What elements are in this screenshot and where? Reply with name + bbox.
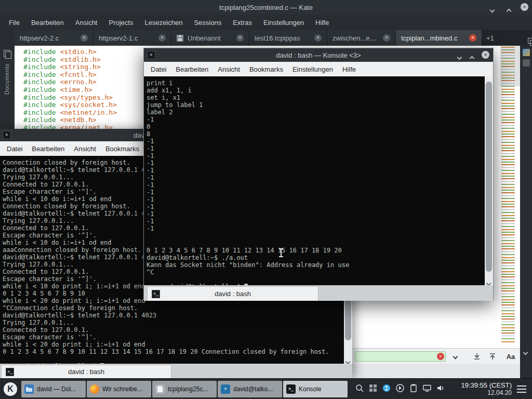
tab-overflow-count[interactable]: +1 [482,34,498,42]
tab-unbenannt[interactable]: Unbenannt × [171,30,249,46]
terminal-line: add x1, 1, i [147,87,493,94]
kate-window-title: tcpiplang25combined.c — Kate [219,4,313,11]
terminal-line: david@talkortell:~$ ./a.out [147,254,493,261]
clear-search-icon[interactable]: × [437,353,444,360]
konsole3-scrollbar[interactable] [485,76,493,285]
terminal-line: david@talkortell:~$ telnet 127.0.0.1 402… [3,312,352,319]
tab-close-icon[interactable]: × [236,34,244,42]
menu-item[interactable]: File [3,19,25,26]
konsole3-titlebar[interactable]: > david : bash — Konsole <3> × [144,48,493,62]
menu-item[interactable]: Bookmarks [245,65,288,73]
task-firefox[interactable]: Wir schreibe... [87,381,151,397]
panel-settings-icon[interactable] [517,385,526,393]
terminal-prompt-line: david@talkortell:~$ [147,276,248,283]
display-icon[interactable] [422,383,432,395]
documents-tool-icon[interactable] [4,50,11,58]
scroll-down-icon[interactable] [487,278,490,285]
konsole3-maximize-icon[interactable] [470,54,474,62]
task-kate[interactable]: tcpiplang25c... [152,381,217,397]
terminal-line: 0 1 2 3 4 5 6 7 8 9 10 11 12 13 14 15 16… [147,247,493,254]
menu-item[interactable]: Ansicht [70,19,103,26]
terminal-tab[interactable]: >_ david : bash [147,286,318,301]
volume-icon[interactable] [436,383,445,395]
menu-item[interactable]: Einstellungen [288,65,338,73]
clipboard-icon[interactable] [409,383,418,395]
kate-maximize-icon[interactable] [507,7,511,15]
menu-item[interactable]: Ansicht [213,65,245,73]
tool-view-icon[interactable] [523,59,530,66]
terminal-line: -1 [147,174,493,181]
bluetooth-status-icon[interactable] [382,383,391,395]
konsole3-title: david : bash — Konsole <3> [276,51,361,59]
terminal-prompt-line: david@talkortell:~$ [3,355,104,363]
menu-item[interactable]: Sessions [188,19,227,26]
match-case-button[interactable]: Aa [502,350,520,363]
digital-clock[interactable]: 19:39:55 (CEST) 12.04.20 [450,381,512,397]
menu-item[interactable]: Lesezeichen [139,19,188,26]
kate-right-dock [520,46,532,378]
menu-item[interactable]: Hilfe [338,65,361,73]
menu-item[interactable]: Ansicht [69,145,101,153]
menu-item[interactable]: Datei [2,145,27,153]
save-icon [177,35,183,42]
terminal-line: -1 [147,145,493,152]
terminal-line: jump to label 1 [147,101,493,109]
app-grid-icon[interactable] [368,383,378,395]
tool-view-icon[interactable] [523,49,530,56]
konsole3-minimize-icon[interactable] [458,53,461,61]
media-player-icon[interactable] [395,383,405,395]
kate-titlebar[interactable]: tcpiplang25combined.c — Kate × [0,0,532,15]
documents-tool-label[interactable]: Documents [4,63,11,95]
menu-item[interactable]: Bearbeiten [25,19,70,26]
menu-item[interactable]: Hilfe [310,19,335,26]
menu-item[interactable]: Datei [146,65,171,73]
terminal-line: Escape character is '^]'. [3,334,352,341]
menu-item[interactable]: Bookmarks [101,145,144,153]
kate-minimize-icon[interactable] [490,6,494,14]
menu-item[interactable]: Einstellungen [258,19,310,26]
menu-item[interactable]: Bearbeiten [27,145,69,153]
terminal-line: Connected to 127.0.0.1. [3,326,352,334]
terminal-line: -1 [147,138,493,145]
tab-test16[interactable]: test16.tcpippas × [249,30,327,46]
terminal-line: 0 [147,123,493,130]
tab-close-icon[interactable]: × [81,34,88,42]
tab-tcpiplang-combined[interactable]: tcpiplan...mbined.c × [396,30,482,46]
konsole3-close-icon[interactable]: × [482,51,489,59]
kate-minimap[interactable] [500,46,520,348]
menu-item[interactable]: Extras [227,19,258,26]
tab-close-icon[interactable]: × [383,34,390,42]
terminal-line: -1 [147,167,493,174]
konsole-icon: > [147,51,155,59]
search-input[interactable] [355,351,446,362]
tab-close-icon[interactable]: × [314,34,322,42]
search-dropdown-icon[interactable] [449,350,461,363]
scroll-down-icon[interactable] [346,356,350,364]
terminal-line: Trying 127.0.0.1... [3,319,352,326]
konsole3-terminal[interactable]: print iadd x1, 1, iset i, x1jump to labe… [144,76,493,285]
task-terminal-session[interactable]: > david@talko... [218,381,282,397]
scroll-down-icon[interactable] [524,347,528,356]
minimap-view-rect[interactable] [500,46,520,86]
menu-item[interactable]: Projects [103,19,139,26]
scrollbar-thumb[interactable] [486,82,492,272]
tab-close-icon[interactable]: × [158,34,166,42]
application-launcher-button[interactable]: K [2,380,19,398]
task-konsole[interactable]: >_ Konsole [283,381,348,397]
terminal-line: 0 1 2 3 4 5 6 7 8 9 10 11 12 13 14 15 16… [3,348,352,355]
find-next-button[interactable] [471,350,483,363]
search-icon[interactable] [355,383,364,395]
menu-item[interactable]: Bearbeiten [171,65,213,73]
tab-httpserv2-2[interactable]: httpserv2-2.c × [15,30,94,46]
clock-date: 12.04.20 [450,389,512,397]
task-dolphin[interactable]: david — Dol... [21,381,86,397]
terminal-tab-icon: >_ [152,290,160,298]
firefox-icon [90,384,99,394]
tab-close-modified-icon[interactable]: × [469,34,476,42]
find-prev-button[interactable] [486,350,499,363]
tab-zwischen[interactable]: zwischen...e001.txt × [327,30,396,46]
konsole2-tabbar: >_ david : bash [0,364,352,378]
terminal-tab[interactable]: >_ david : bash [1,365,171,378]
tab-httpserv2-1[interactable]: httpserv2-1.c × [94,30,171,46]
kate-close-icon[interactable]: × [521,3,528,11]
